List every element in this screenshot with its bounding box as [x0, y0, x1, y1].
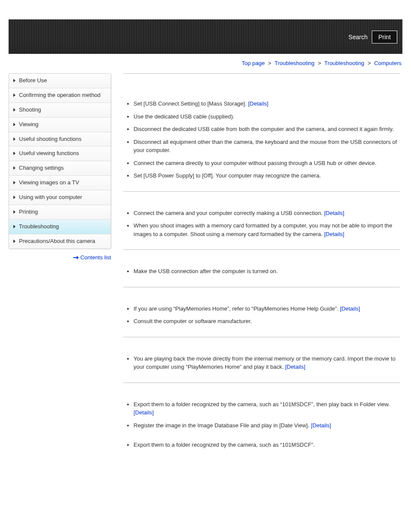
- sidebar-item-label: Changing settings: [19, 165, 64, 172]
- main-content: Set [USB Connect Setting] to [Mass Stora…: [123, 73, 402, 460]
- list-item-text: Register the image in the Image Database…: [134, 422, 311, 429]
- list-item-text: Make the USB connection after the comput…: [134, 268, 278, 274]
- caret-right-icon: [13, 181, 16, 184]
- sidebar-item[interactable]: Viewing: [9, 118, 111, 132]
- breadcrumb-separator: >: [366, 60, 373, 66]
- caret-right-icon: [13, 240, 16, 243]
- list-item-text: You are playing back the movie directly …: [134, 355, 395, 370]
- section-rule: [123, 287, 400, 287]
- breadcrumb-separator: >: [266, 60, 273, 66]
- sidebar-item-label: Shooting: [19, 106, 41, 114]
- list-item-text: When you shoot images with a memory card…: [134, 222, 392, 237]
- list-item: Disconnect the dedicated USB cable from …: [134, 125, 400, 134]
- sidebar-item-label: Using with your computer: [19, 194, 82, 201]
- details-link[interactable]: [Details]: [311, 422, 331, 429]
- sidebar-item[interactable]: Troubleshooting: [9, 220, 111, 234]
- list-item-text: Connect the camera and your computer cor…: [134, 210, 324, 216]
- caret-right-icon: [13, 196, 16, 199]
- list-item: Register the image in the Image Database…: [134, 421, 400, 430]
- caret-right-icon: [13, 123, 16, 126]
- list-item: If you are using “PlayMemories Home”, re…: [134, 305, 400, 313]
- list-item: Connect the camera directly to your comp…: [134, 159, 400, 168]
- sidebar-item-label: Printing: [19, 208, 38, 216]
- print-button[interactable]: Print: [372, 31, 397, 44]
- bullet-list: Export them to a folder recognized by th…: [123, 441, 400, 449]
- list-item: Set [USB Power Supply] to [Off]. Your co…: [134, 171, 400, 180]
- sidebar-item[interactable]: Before Use: [9, 74, 111, 88]
- bullet-list: If you are using “PlayMemories Home”, re…: [123, 305, 400, 326]
- list-item-text: If you are using “PlayMemories Home”, re…: [134, 305, 340, 312]
- header-band: Search Print: [9, 19, 402, 54]
- caret-right-icon: [13, 152, 16, 155]
- breadcrumb-link[interactable]: Troubleshooting: [324, 60, 364, 66]
- details-link[interactable]: [Details]: [248, 100, 268, 107]
- list-item-text: Export them to a folder recognized by th…: [134, 401, 390, 408]
- sidebar-item[interactable]: Viewing images on a TV: [9, 176, 111, 190]
- list-item-text: Export them to a folder recognized by th…: [134, 442, 315, 448]
- sidebar-item-label: Useful viewing functions: [19, 150, 79, 157]
- nav-list: Before UseConfirming the operation metho…: [9, 73, 111, 249]
- caret-right-icon: [13, 79, 16, 82]
- list-item: Export them to a folder recognized by th…: [134, 400, 400, 417]
- caret-right-icon: [13, 137, 16, 141]
- section-rule: [123, 249, 400, 250]
- sidebar-item-label: Useful shooting functions: [19, 136, 81, 143]
- bullet-list: You are playing back the movie directly …: [123, 355, 400, 371]
- caret-right-icon: [13, 210, 16, 214]
- section-rule: [123, 383, 400, 383]
- sidebar-item[interactable]: Changing settings: [9, 161, 111, 176]
- arrow-right-icon: [73, 256, 78, 259]
- list-item: Use the dedicated USB cable (supplied).: [134, 112, 400, 121]
- sidebar-item[interactable]: Useful viewing functions: [9, 146, 111, 161]
- sidebar-item-label: Confirming the operation method: [19, 92, 100, 99]
- details-link[interactable]: [Details]: [134, 409, 154, 416]
- details-link[interactable]: [Details]: [324, 231, 344, 237]
- search-link[interactable]: Search: [349, 34, 367, 40]
- sidebar-item[interactable]: Printing: [9, 205, 111, 220]
- sidebar-item-label: Viewing: [19, 121, 38, 128]
- sidebar-item[interactable]: Confirming the operation method: [9, 88, 111, 103]
- section-rule: [123, 191, 400, 192]
- details-link[interactable]: [Details]: [324, 210, 344, 216]
- breadcrumb-link[interactable]: Troubleshooting: [274, 60, 314, 66]
- bullet-list: Export them to a folder recognized by th…: [123, 400, 400, 430]
- caret-right-icon: [13, 108, 16, 112]
- section-rule: [123, 337, 400, 337]
- sidebar-item-label: Before Use: [19, 77, 47, 84]
- list-item: When you shoot images with a memory card…: [134, 221, 400, 238]
- list-item-text: Disconnect the dedicated USB cable from …: [134, 126, 394, 132]
- list-item: Export them to a folder recognized by th…: [134, 441, 400, 449]
- caret-right-icon: [13, 166, 16, 170]
- bullet-list: Set [USB Connect Setting] to [Mass Stora…: [123, 100, 400, 180]
- details-link[interactable]: [Details]: [340, 305, 360, 312]
- contents-list-link[interactable]: Contents list: [9, 254, 111, 261]
- list-item: Make the USB connection after the comput…: [134, 267, 400, 276]
- list-item: Set [USB Connect Setting] to [Mass Stora…: [134, 100, 400, 108]
- contents-list-label[interactable]: Contents list: [80, 254, 111, 261]
- list-item-text: Set [USB Power Supply] to [Off]. Your co…: [134, 172, 321, 179]
- bullet-list: Make the USB connection after the comput…: [123, 267, 400, 276]
- breadcrumb: Top page > Troubleshooting > Troubleshoo…: [0, 60, 402, 66]
- list-item: Connect the camera and your computer cor…: [134, 209, 400, 218]
- caret-right-icon: [13, 93, 16, 97]
- section-rule: [123, 73, 400, 74]
- bullet-list: Connect the camera and your computer cor…: [123, 209, 400, 239]
- list-item-text: Disconnect all equipment other than the …: [134, 139, 397, 154]
- details-link[interactable]: [Details]: [285, 364, 305, 370]
- list-item-text: Consult the computer or software manufac…: [134, 318, 252, 324]
- breadcrumb-link[interactable]: Top page: [242, 60, 265, 66]
- sidebar-item-label: Viewing images on a TV: [19, 179, 79, 187]
- sidebar: Before UseConfirming the operation metho…: [9, 73, 111, 460]
- breadcrumb-link[interactable]: Computers: [374, 60, 402, 66]
- sidebar-item[interactable]: Shooting: [9, 103, 111, 118]
- sidebar-item-label: Precautions/About this camera: [19, 238, 95, 245]
- list-item: You are playing back the movie directly …: [134, 355, 400, 371]
- breadcrumb-separator: >: [316, 60, 323, 66]
- sidebar-item[interactable]: Precautions/About this camera: [9, 234, 111, 249]
- sidebar-item[interactable]: Useful shooting functions: [9, 132, 111, 147]
- sidebar-item[interactable]: Using with your computer: [9, 190, 111, 205]
- list-item: Disconnect all equipment other than the …: [134, 138, 400, 155]
- list-item-text: Set [USB Connect Setting] to [Mass Stora…: [134, 100, 248, 107]
- list-item-text: Use the dedicated USB cable (supplied).: [134, 113, 234, 120]
- sidebar-item-label: Troubleshooting: [19, 223, 59, 230]
